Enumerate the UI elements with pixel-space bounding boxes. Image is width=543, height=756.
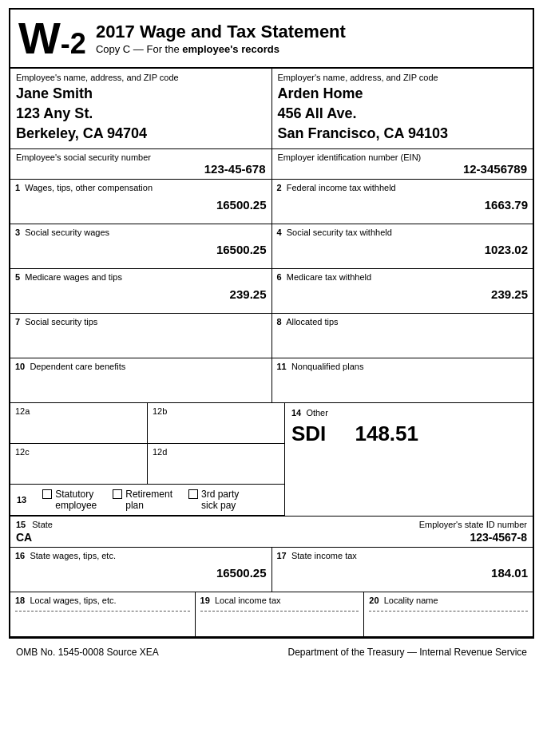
box-11-label: 11 Nonqualified plans — [277, 361, 529, 372]
box-14-code: SDI — [291, 422, 326, 445]
statutory-checkbox-box — [42, 489, 52, 499]
form-footer: OMB No. 1545-0008 Source XEA Department … — [8, 642, 535, 663]
box-3-4-row: 3 Social security wages 16500.25 4 Socia… — [10, 224, 533, 269]
employee-name-line1: Jane Smith — [16, 84, 266, 104]
box-19-dotted — [200, 611, 359, 612]
box-3: 3 Social security wages 16500.25 — [10, 224, 272, 268]
box-4-value: 1023.02 — [277, 243, 529, 256]
box-20-dotted — [369, 611, 528, 612]
box-14-sdi-value: SDI 148.51 — [291, 422, 526, 446]
box-20: 20 Locality name — [364, 592, 533, 636]
box-10-11-row: 10 Dependent care benefits 11 Nonqualifi… — [10, 358, 533, 403]
box-1-2-row: 1 Wages, tips, other compensation 16500.… — [10, 180, 533, 224]
box-12a: 12a — [10, 403, 148, 443]
footer-right: Department of the Treasury — Internal Re… — [288, 647, 527, 658]
box-8-label: 8 Allocated tips — [277, 316, 529, 327]
box-15-values: CA 123-4567-8 — [16, 531, 527, 544]
box-1-label: 1 Wages, tips, other compensation — [15, 182, 267, 193]
box-5: 5 Medicare wages and tips 239.25 — [10, 269, 272, 313]
box-16-label: 16 State wages, tips, etc. — [15, 550, 267, 561]
logo-2: 2 — [70, 27, 86, 60]
box-3-value: 16500.25 — [15, 243, 267, 256]
box-15-ein-label: Employer's state ID number — [419, 520, 527, 529]
box-8: 8 Allocated tips — [272, 314, 533, 358]
retirement-label: Retirementplan — [125, 489, 172, 511]
box-12d: 12d — [148, 444, 284, 484]
statutory-employee-checkbox: Statutoryemployee — [42, 489, 97, 511]
ssn-ein-row: Employee's social security number 123-45… — [10, 149, 533, 180]
w2-form: W-2 2017 Wage and Tax Statement Copy C —… — [9, 8, 534, 639]
footer-left: OMB No. 1545-0008 Source XEA — [16, 647, 159, 658]
box-10-label: 10 Dependent care benefits — [15, 361, 267, 372]
box-5-6-row: 5 Medicare wages and tips 239.25 6 Medic… — [10, 269, 533, 314]
third-party-checkbox-box — [188, 489, 198, 499]
box-10: 10 Dependent care benefits — [10, 358, 272, 402]
box-3-label: 3 Social security wages — [15, 227, 267, 238]
retirement-plan-checkbox: Retirementplan — [113, 489, 172, 511]
form-subtitle: Copy C — For the employee's records — [96, 43, 346, 55]
box-20-label: 20 Locality name — [369, 595, 528, 606]
box-19: 19 Local income tax — [196, 592, 365, 636]
employer-name-line1: Arden Home — [278, 84, 528, 104]
ssn-cell: Employee's social security number 123-45… — [10, 149, 272, 179]
box-12c-label: 12c — [15, 446, 142, 457]
box-15-header: 15 State Employer's state ID number — [16, 520, 527, 529]
section-12-top: 12a 12b — [10, 403, 284, 444]
box-18-label: 18 Local wages, tips, etc. — [15, 595, 190, 606]
box-6: 6 Medicare tax withheld 239.25 — [272, 269, 533, 313]
box-12a-label: 12a — [15, 406, 142, 417]
section-12-bottom: 12c 12d — [10, 444, 284, 485]
box-12d-label: 12d — [153, 446, 279, 457]
box-13-row: 13 Statutoryemployee Retirementplan 3rd … — [10, 485, 284, 516]
box-18-20-row: 18 Local wages, tips, etc. 19 Local inco… — [10, 592, 533, 637]
section-12-14: 12a 12b 12c 12d 13 Statutoryemploy — [10, 403, 533, 517]
box-15-row: 15 State Employer's state ID number CA 1… — [10, 517, 533, 548]
box-12b: 12b — [148, 403, 284, 443]
box-12b-label: 12b — [153, 406, 279, 417]
ein-cell: Employer identification number (EIN) 12-… — [272, 149, 533, 179]
ssn-label: Employee's social security number — [16, 152, 266, 162]
box-14-value: 148.51 — [355, 422, 418, 445]
form-title: 2017 Wage and Tax Statement — [96, 22, 346, 42]
w2-logo: W-2 — [18, 16, 86, 61]
box-19-label: 19 Local income tax — [200, 595, 359, 606]
employer-address-cell: Employer's name, address, and ZIP code A… — [272, 69, 533, 148]
logo-w: W — [18, 13, 61, 63]
box-4: 4 Social security tax withheld 1023.02 — [272, 224, 533, 268]
statutory-label: Statutoryemployee — [55, 489, 97, 511]
employee-address-label: Employee's name, address, and ZIP code — [16, 73, 266, 82]
box-12c: 12c — [10, 444, 148, 484]
employer-name-address: Arden Home 456 All Ave. San Francisco, C… — [278, 84, 528, 144]
address-row: Employee's name, address, and ZIP code J… — [10, 69, 533, 149]
box-15-state-label: State — [32, 520, 53, 529]
box-13-num: 13 — [17, 495, 26, 505]
box-17-label: 17 State income tax — [277, 550, 529, 561]
box-16-17-row: 16 State wages, tips, etc. 16500.25 17 S… — [10, 548, 533, 592]
box-18: 18 Local wages, tips, etc. — [10, 592, 196, 636]
box-4-label: 4 Social security tax withheld — [277, 227, 529, 238]
box-6-value: 239.25 — [277, 287, 529, 301]
section-12: 12a 12b 12c 12d 13 Statutoryemploy — [10, 403, 285, 516]
retirement-checkbox-box — [113, 489, 122, 499]
box-14-label: 14 Other — [291, 407, 526, 418]
box-15-ein-value: 123-4567-8 — [38, 531, 527, 544]
box-1: 1 Wages, tips, other compensation 16500.… — [10, 180, 272, 224]
employee-name-line2: 123 Any St. — [16, 104, 266, 124]
box-2-label: 2 Federal income tax withheld — [277, 182, 529, 193]
third-party-label: 3rd partysick pay — [201, 489, 239, 511]
ssn-value: 123-45-678 — [16, 162, 266, 176]
box-15-num: 15 — [16, 520, 26, 529]
employee-address-cell: Employee's name, address, and ZIP code J… — [10, 69, 272, 148]
logo-dash: - — [61, 27, 70, 60]
employer-name-line3: San Francisco, CA 94103 — [278, 124, 528, 144]
box-2-value: 1663.79 — [277, 198, 529, 212]
box-15-state-value: CA — [16, 531, 32, 544]
box-7: 7 Social security tips — [10, 314, 272, 358]
header-text: 2017 Wage and Tax Statement Copy C — For… — [96, 22, 346, 54]
box-14: 14 Other SDI 148.51 — [285, 403, 533, 516]
ein-label: Employer identification number (EIN) — [278, 152, 528, 162]
box-17-value: 184.01 — [277, 566, 529, 580]
third-party-checkbox: 3rd partysick pay — [188, 489, 239, 511]
box-7-8-row: 7 Social security tips 8 Allocated tips — [10, 314, 533, 358]
box-5-label: 5 Medicare wages and tips — [15, 271, 267, 283]
